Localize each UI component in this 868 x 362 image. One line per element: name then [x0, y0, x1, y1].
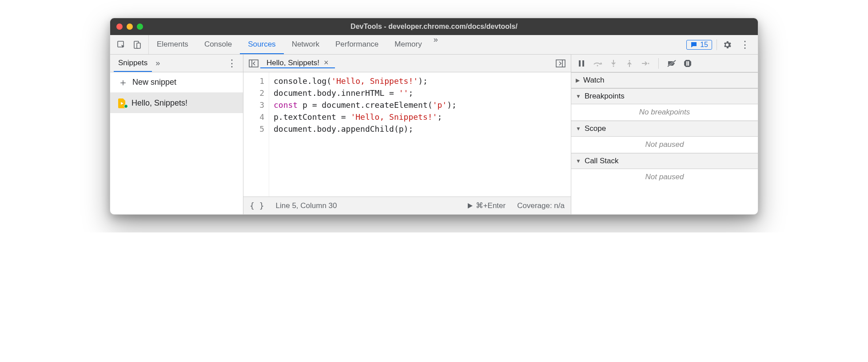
main-toolbar: Elements Console Sources Network Perform… [110, 35, 758, 55]
separator [658, 58, 659, 69]
new-snippet-button[interactable]: ＋ New snippet [110, 72, 243, 93]
separator [717, 39, 717, 50]
device-toolbar-icon[interactable] [131, 39, 143, 51]
line-number: 1 [246, 75, 264, 87]
watch-label: Watch [583, 76, 605, 85]
run-snippet-button[interactable]: ⌘+Enter [467, 201, 506, 210]
callstack-label: Call Stack [585, 157, 619, 165]
line-number: 2 [246, 87, 264, 99]
inspect-element-icon[interactable] [115, 39, 127, 51]
line-number: 3 [246, 99, 264, 111]
code-content[interactable]: console.log('Hello, Snippets!'); documen… [269, 72, 461, 197]
navigator-kebab-icon[interactable]: ⋮ [224, 58, 239, 69]
snippet-item[interactable]: Hello, Snippets! [110, 93, 243, 113]
step-over-icon[interactable] [593, 59, 602, 68]
run-shortcut-label: ⌘+Enter [476, 201, 506, 210]
more-tabs-icon[interactable]: » [430, 35, 442, 54]
message-icon [690, 41, 697, 48]
pause-icon[interactable] [577, 59, 586, 68]
breakpoints-body: No breakpoints [571, 104, 758, 121]
editor-tab-label: Hello, Snippets! [267, 59, 319, 67]
traffic-lights [116, 24, 143, 30]
pause-on-exceptions-icon[interactable] [683, 59, 693, 68]
svg-point-10 [648, 63, 649, 64]
svg-point-8 [613, 65, 614, 67]
tab-elements[interactable]: Elements [149, 35, 196, 54]
scope-label: Scope [585, 124, 606, 133]
snippet-item-label: Hello, Snippets! [131, 98, 187, 108]
settings-icon[interactable] [721, 39, 733, 51]
toolbar-right: 15 ⋮ [681, 35, 758, 54]
issues-count: 15 [700, 41, 708, 49]
debugger-pane: ▶ Watch ▼ Breakpoints No breakpoints ▼ S… [571, 55, 758, 214]
coverage-status: Coverage: n/a [517, 201, 565, 210]
deactivate-breakpoints-icon[interactable] [667, 59, 677, 68]
tab-memory[interactable]: Memory [386, 35, 430, 54]
minimize-window-button[interactable] [127, 24, 133, 30]
tab-performance[interactable]: Performance [327, 35, 386, 54]
svg-rect-14 [688, 61, 689, 66]
close-window-button[interactable] [116, 24, 123, 30]
expand-right-icon: ▶ [576, 77, 580, 83]
modified-dot-icon [124, 104, 128, 108]
line-number: 5 [246, 123, 264, 135]
callstack-panel-header[interactable]: ▼ Call Stack [571, 153, 758, 169]
new-snippet-label: New snippet [132, 78, 176, 87]
watch-panel-header[interactable]: ▶ Watch [571, 72, 758, 88]
expand-down-icon: ▼ [576, 158, 581, 164]
navigator-tabs: Snippets » ⋮ [110, 55, 243, 72]
panel-body: Snippets » ⋮ ＋ New snippet Hello, Snippe… [110, 55, 758, 214]
breakpoints-label: Breakpoints [585, 92, 625, 101]
cursor-position: Line 5, Column 30 [276, 201, 337, 210]
panel-tabs: Elements Console Sources Network Perform… [149, 35, 681, 54]
tab-network[interactable]: Network [284, 35, 327, 54]
titlebar: DevTools - developer.chrome.com/docs/dev… [110, 18, 758, 35]
code-area[interactable]: 1 2 3 4 5 console.log('Hello, Snippets!'… [243, 72, 571, 197]
scope-body: Not paused [571, 137, 758, 153]
expand-down-icon: ▼ [576, 93, 581, 99]
scope-panel-header[interactable]: ▼ Scope [571, 121, 758, 137]
kebab-menu-icon[interactable]: ⋮ [737, 39, 753, 51]
toolbar-left-icons [110, 35, 149, 54]
code-editor: Hello, Snippets! × 1 2 3 4 5 console.log… [243, 55, 571, 214]
navigator-sidebar: Snippets » ⋮ ＋ New snippet Hello, Snippe… [110, 55, 243, 214]
step-out-icon[interactable] [625, 59, 634, 68]
step-into-icon[interactable] [609, 59, 618, 68]
issues-button[interactable]: 15 [686, 40, 712, 50]
editor-statusbar: { } Line 5, Column 30 ⌘+Enter Coverage: … [243, 197, 571, 214]
svg-point-7 [597, 65, 598, 66]
line-number: 4 [246, 111, 264, 123]
svg-rect-6 [582, 60, 584, 67]
play-icon [467, 203, 473, 209]
tab-console[interactable]: Console [196, 35, 240, 54]
navigator-tab-snippets[interactable]: Snippets [114, 55, 152, 72]
editor-tab[interactable]: Hello, Snippets! × [260, 58, 335, 68]
plus-icon: ＋ [118, 78, 128, 87]
pretty-print-icon[interactable]: { } [250, 201, 264, 210]
close-tab-icon[interactable]: × [324, 58, 329, 67]
tab-sources[interactable]: Sources [240, 35, 283, 54]
maximize-window-button[interactable] [137, 24, 143, 30]
svg-rect-13 [686, 61, 688, 66]
debugger-collapse-icon[interactable] [554, 59, 567, 67]
svg-rect-2 [137, 43, 140, 48]
line-gutter: 1 2 3 4 5 [243, 72, 269, 197]
window-title: DevTools - developer.chrome.com/docs/dev… [110, 23, 758, 31]
expand-down-icon: ▼ [576, 126, 581, 132]
svg-point-9 [629, 60, 630, 61]
navigator-more-icon[interactable]: » [152, 59, 163, 68]
devtools-window: DevTools - developer.chrome.com/docs/dev… [110, 18, 758, 215]
navigator-collapse-icon[interactable] [247, 59, 260, 67]
callstack-body: Not paused [571, 169, 758, 185]
breakpoints-panel-header[interactable]: ▼ Breakpoints [571, 88, 758, 104]
debug-toolbar [571, 55, 758, 72]
step-icon[interactable] [641, 59, 650, 68]
svg-rect-5 [579, 60, 581, 67]
editor-tabstrip: Hello, Snippets! × [243, 55, 571, 72]
snippet-file-icon [118, 98, 127, 107]
